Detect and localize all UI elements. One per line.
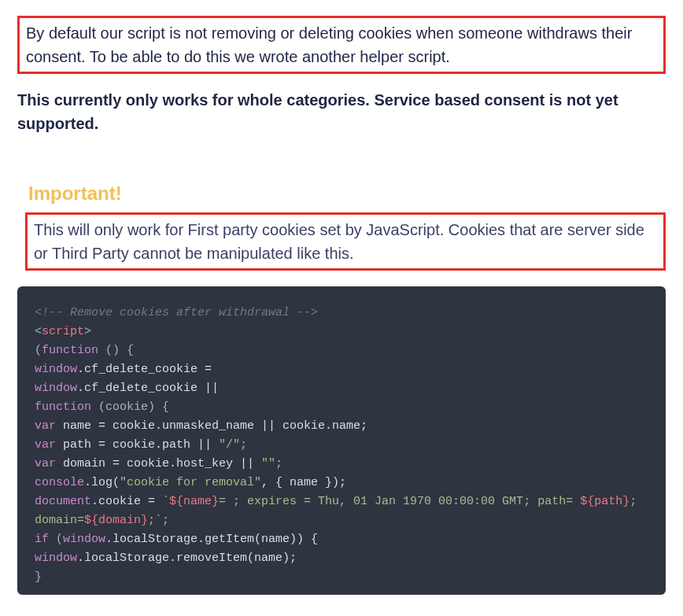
callout-body-box: This will only work for First party cook… <box>25 212 666 271</box>
callout-title: Important! <box>28 183 666 205</box>
code-block: <!-- Remove cookies after withdrawal -->… <box>17 286 666 595</box>
intro-paragraph: By default our script is not removing or… <box>26 21 657 68</box>
intro-paragraph-box: By default our script is not removing or… <box>17 16 666 74</box>
callout-body: This will only work for First party cook… <box>34 218 657 265</box>
support-note: This currently only works for whole cate… <box>17 88 666 135</box>
important-callout: Important! This will only work for First… <box>25 183 666 271</box>
code-comment: <!-- Remove cookies after withdrawal --> <box>35 306 318 319</box>
